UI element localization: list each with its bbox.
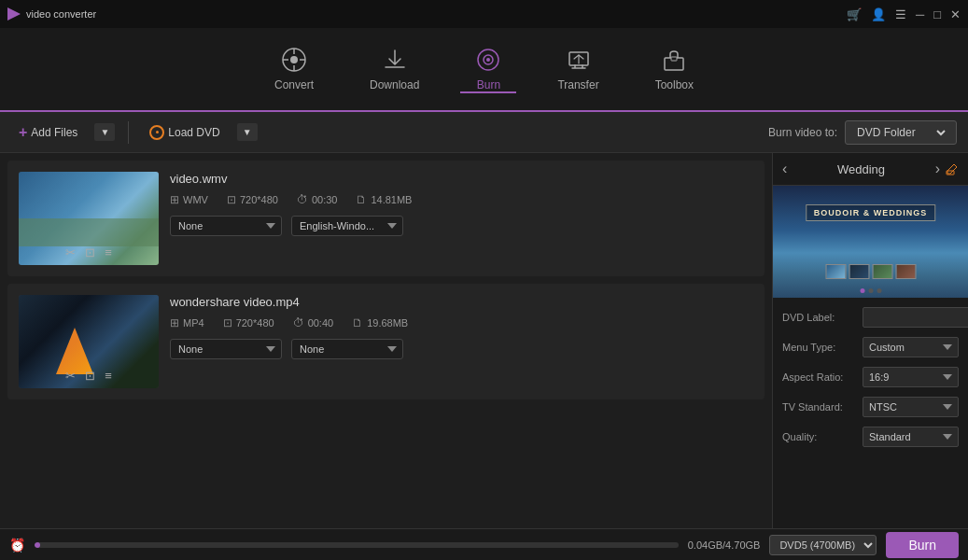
title-bar: video converter 🛒 👤 ☰ ─ □ ✕ [0, 0, 968, 28]
crop-icon-1[interactable]: ⊡ [85, 245, 95, 259]
bottom-bar: ⏰ 0.04GB/4.70GB DVD5 (4700MB) DVD9 (8500… [0, 528, 968, 560]
burn-button[interactable]: Burn [886, 532, 959, 558]
aspect-ratio-label: Aspect Ratio: [782, 371, 857, 383]
burn-label: Burn [477, 78, 500, 91]
file-item-1: ✂ ⊡ ≡ video.wmv ⊞ WMV ⊡ 720*480 [7, 161, 765, 276]
preview-thumb-2 [849, 264, 869, 279]
download-icon [382, 47, 408, 73]
dvd-label-input[interactable] [863, 307, 968, 328]
svg-point-4 [486, 58, 490, 62]
settings-icon-1[interactable]: ≡ [105, 245, 112, 259]
dvd-label-label: DVD Label: [782, 312, 857, 323]
menu-type-select[interactable]: Custom None Classic [863, 337, 959, 357]
toolbox-label: Toolbox [655, 78, 694, 91]
meta-duration-1: ⏱ 00:30 [297, 193, 338, 206]
menu-type-label: Menu Type: [782, 342, 857, 353]
file-list: ✂ ⊡ ≡ video.wmv ⊞ WMV ⊡ 720*480 [0, 153, 772, 528]
format-icon-2: ⊞ [170, 316, 179, 329]
tv-standard-label: TV Standard: [782, 401, 857, 413]
panel-prev-button[interactable]: ‹ [782, 161, 787, 177]
meta-format-2: ⊞ MP4 [170, 316, 204, 329]
meta-size-text-1: 14.81MB [371, 194, 412, 205]
subtitle-select-1[interactable]: None English French [170, 216, 282, 236]
file-meta-1: ⊞ WMV ⊡ 720*480 ⏱ 00:30 🗋 14.81MB [170, 193, 753, 206]
add-files-dropdown-button[interactable]: ▼ [94, 123, 115, 141]
preview-thumb-4 [895, 264, 916, 279]
cut-icon-2[interactable]: ✂ [65, 369, 76, 383]
dvd-label-row: DVD Label: [782, 307, 959, 328]
panel-header: ‹ Wedding › [773, 153, 968, 186]
prev-dot-1 [860, 288, 864, 293]
menu-icon[interactable]: ☰ [895, 7, 906, 21]
preview-thumb-3 [872, 264, 892, 279]
add-files-label: Add Files [31, 126, 77, 139]
crop-icon-2[interactable]: ⊡ [85, 369, 95, 383]
meta-duration-text-1: 00:30 [312, 194, 338, 205]
quality-label: Quality: [782, 431, 857, 442]
burn-icon [475, 47, 501, 73]
main-content: ✂ ⊡ ≡ video.wmv ⊞ WMV ⊡ 720*480 [0, 153, 968, 528]
file-item-2: ✂ ⊡ ≡ wondershare video.mp4 ⊞ MP4 ⊡ 720*… [7, 284, 765, 399]
burn-to-select-box[interactable]: DVD Folder ISO File DVD Disc [845, 120, 957, 145]
minimize-icon[interactable]: ─ [916, 7, 924, 21]
toolbox-icon [661, 47, 687, 73]
tv-standard-select[interactable]: NTSC PAL [863, 397, 959, 417]
quality-row: Quality: Standard High Ultra [782, 427, 959, 447]
nav-item-convert[interactable]: Convert [274, 47, 314, 91]
close-icon[interactable]: ✕ [950, 7, 961, 21]
format-icon-1: ⊞ [170, 193, 179, 206]
burn-underline [460, 91, 516, 93]
size-icon-2: 🗋 [352, 316, 363, 329]
user-icon[interactable]: 👤 [871, 7, 886, 21]
audio-select-1[interactable]: English-Windo... None English [291, 216, 403, 236]
subtitle-select-2[interactable]: None English [170, 339, 282, 359]
title-bar-left: video converter [7, 7, 96, 21]
file-thumb-2: ✂ ⊡ ≡ [19, 295, 159, 388]
preview-thumb-1 [825, 264, 846, 279]
resolution-icon-2: ⊡ [223, 316, 232, 329]
nav-item-toolbox[interactable]: Toolbox [655, 47, 694, 91]
file-name-2: wondershare video.mp4 [170, 295, 753, 309]
panel-edit-button[interactable] [946, 162, 959, 175]
meta-resolution-text-2: 720*480 [236, 317, 274, 329]
progress-bar [35, 542, 679, 548]
meta-format-text-2: MP4 [183, 317, 204, 329]
file-name-1: video.wmv [170, 172, 753, 186]
title-bar-controls: 🛒 👤 ☰ ─ □ ✕ [847, 7, 961, 21]
cart-icon[interactable]: 🛒 [847, 7, 862, 21]
dvd-type-select[interactable]: DVD5 (4700MB) DVD9 (8500MB) [770, 536, 876, 554]
load-dvd-label: Load DVD [168, 126, 219, 139]
cut-icon-1[interactable]: ✂ [65, 245, 76, 259]
nav-item-burn[interactable]: Burn [475, 47, 501, 91]
dvd-select-wrapper[interactable]: DVD5 (4700MB) DVD9 (8500MB) [769, 535, 877, 555]
load-dvd-icon [149, 125, 164, 140]
nav-item-transfer[interactable]: Transfer [557, 47, 598, 91]
meta-format-text-1: WMV [183, 194, 208, 205]
file-info-2: wondershare video.mp4 ⊞ MP4 ⊡ 720*480 ⏱ … [170, 295, 753, 359]
panel-next-button[interactable]: › [935, 161, 940, 177]
prev-dot-2 [868, 288, 873, 293]
audio-select-2[interactable]: None English [291, 339, 403, 359]
file-meta-2: ⊞ MP4 ⊡ 720*480 ⏱ 00:40 🗋 19.68MB [170, 316, 753, 329]
toolbar-divider [128, 121, 129, 144]
add-files-button[interactable]: + Add Files [11, 120, 85, 145]
toolbar-right: Burn video to: DVD Folder ISO File DVD D… [768, 120, 957, 145]
preview-dots [860, 288, 881, 293]
app-logo-icon [7, 7, 21, 21]
aspect-ratio-select[interactable]: 16:9 4:3 [863, 367, 959, 387]
right-panel: ‹ Wedding › BOUDOIR & WEDDINGS [772, 153, 968, 528]
settings-icon-2[interactable]: ≡ [105, 369, 112, 383]
nav-item-download[interactable]: Download [370, 47, 419, 91]
meta-resolution-text-1: 720*480 [240, 194, 278, 205]
load-dvd-button[interactable]: Load DVD [142, 121, 227, 144]
progress-bar-fill [35, 542, 40, 548]
file-info-1: video.wmv ⊞ WMV ⊡ 720*480 ⏱ 00:30 [170, 172, 753, 236]
aspect-ratio-row: Aspect Ratio: 16:9 4:3 [782, 367, 959, 387]
preview-background: BOUDOIR & WEDDINGS [773, 186, 968, 298]
load-dvd-dropdown-button[interactable]: ▼ [237, 123, 258, 141]
maximize-icon[interactable]: □ [933, 7, 941, 21]
burn-to-select[interactable]: DVD Folder ISO File DVD Disc [853, 125, 948, 140]
toolbar: + Add Files ▼ Load DVD ▼ Burn video to: … [0, 112, 968, 153]
quality-select[interactable]: Standard High Ultra [863, 427, 959, 447]
storage-info: 0.04GB/4.70GB [688, 539, 761, 551]
